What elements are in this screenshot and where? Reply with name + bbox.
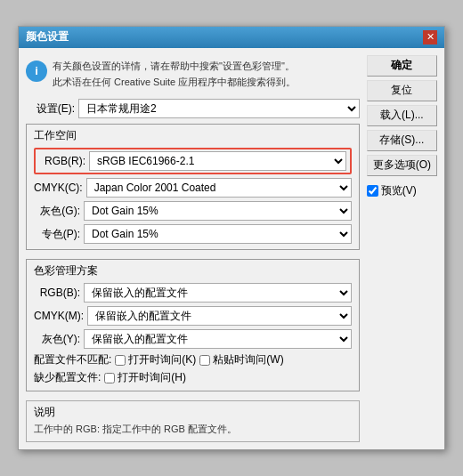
mismatch-paste-label: 粘贴时询问(W) — [213, 352, 283, 367]
description-section: 说明 工作中的 RGB: 指定工作中的 RGB 配置文件。 — [26, 400, 360, 442]
title-bar: 颜色设置 ✕ — [19, 27, 444, 48]
reset-button[interactable]: 复位 — [367, 80, 437, 101]
settings-label: 设置(E): — [26, 101, 75, 117]
info-text: 有关颜色设置的详情，请在帮助中搜索"设置色彩管理"。 此术语在任何 Creati… — [53, 59, 296, 90]
spot-select[interactable]: Dot Gain 15% — [84, 224, 352, 244]
cmyk-workspace-row: CMYK(C): Japan Color 2001 Coated — [34, 178, 352, 198]
color-mgmt-rgb-select[interactable]: 保留嵌入的配置文件 — [84, 283, 352, 303]
missing-label: 缺少配置文件: — [34, 370, 101, 385]
preview-checkbox-row: 预览(V) — [367, 183, 437, 198]
info-row: i 有关颜色设置的详情，请在帮助中搜索"设置色彩管理"。 此术语在任何 Crea… — [26, 55, 360, 93]
missing-open-item: 打开时询问(H) — [104, 370, 186, 385]
color-mgmt-rgb-row: RGB(B): 保留嵌入的配置文件 — [34, 283, 352, 303]
color-mgmt-cmyk-label: CMYK(M): — [34, 310, 84, 322]
main-content: i 有关颜色设置的详情，请在帮助中搜索"设置色彩管理"。 此术语在任何 Crea… — [26, 55, 360, 442]
more-button[interactable]: 更多选项(O) — [367, 155, 437, 176]
mismatch-open-item: 打开时询问(K) — [115, 352, 196, 367]
color-settings-dialog: 颜色设置 ✕ i 有关颜色设置的详情，请在帮助中搜索"设置色彩管理"。 此术语在… — [18, 26, 445, 450]
cmyk-select[interactable]: Japan Color 2001 Coated — [86, 178, 352, 198]
mismatch-paste-checkbox[interactable] — [199, 355, 210, 366]
gray-select[interactable]: Dot Gain 15% — [84, 201, 352, 221]
rgb-workspace-row: RGB(R): sRGB IEC61966-2.1 — [39, 151, 346, 171]
rgb-label: RGB(R): — [39, 155, 85, 167]
mismatch-open-checkbox[interactable] — [115, 355, 126, 366]
missing-open-label: 打开时询问(H) — [118, 370, 186, 385]
rgb-row-highlight: RGB(R): sRGB IEC61966-2.1 — [34, 148, 352, 174]
spot-workspace-row: 专色(P): Dot Gain 15% — [34, 224, 352, 244]
cmyk-label: CMYK(C): — [34, 182, 83, 194]
save-button[interactable]: 存储(S)... — [367, 130, 437, 151]
description-title: 说明 — [34, 405, 352, 420]
preview-checkbox[interactable] — [367, 185, 378, 197]
workspace-title: 工作空间 — [34, 128, 352, 143]
color-mgmt-gray-row: 灰色(Y): 保留嵌入的配置文件 — [34, 329, 352, 349]
settings-select[interactable]: 日本常规用途2 — [78, 99, 360, 118]
color-mgmt-section: 色彩管理方案 RGB(B): 保留嵌入的配置文件 CMYK(M): 保留嵌入的配… — [26, 259, 360, 391]
color-mgmt-title: 色彩管理方案 — [34, 263, 352, 278]
mismatch-paste-item: 粘贴时询问(W) — [199, 352, 283, 367]
spot-label: 专色(P): — [34, 227, 80, 242]
mismatch-open-label: 打开时询问(K) — [128, 352, 196, 367]
gray-workspace-row: 灰色(G): Dot Gain 15% — [34, 201, 352, 221]
dialog-title: 颜色设置 — [26, 29, 69, 44]
close-button[interactable]: ✕ — [423, 30, 437, 44]
missing-row: 缺少配置文件: 打开时询问(H) — [34, 370, 352, 385]
color-mgmt-rgb-label: RGB(B): — [34, 286, 80, 299]
side-buttons: 确定 复位 载入(L)... 存储(S)... 更多选项(O) 预览(V) — [367, 55, 437, 442]
color-mgmt-cmyk-select[interactable]: 保留嵌入的配置文件 — [87, 306, 352, 326]
info-line1: 有关颜色设置的详情，请在帮助中搜索"设置色彩管理"。 — [53, 59, 296, 75]
rgb-select[interactable]: sRGB IEC61966-2.1 — [89, 151, 346, 171]
info-icon: i — [26, 61, 47, 82]
mismatch-label: 配置文件不匹配: — [34, 352, 111, 367]
ok-button[interactable]: 确定 — [367, 55, 437, 77]
settings-row: 设置(E): 日本常规用途2 — [26, 99, 360, 118]
load-button[interactable]: 载入(L)... — [367, 105, 437, 126]
color-mgmt-cmyk-row: CMYK(M): 保留嵌入的配置文件 — [34, 306, 352, 326]
mismatch-row: 配置文件不匹配: 打开时询问(K) 粘贴时询问(W) — [34, 352, 352, 367]
workspace-section: 工作空间 RGB(R): sRGB IEC61966-2.1 CMYK(C): … — [26, 124, 360, 250]
color-mgmt-gray-select[interactable]: 保留嵌入的配置文件 — [84, 329, 352, 349]
dialog-body: i 有关颜色设置的详情，请在帮助中搜索"设置色彩管理"。 此术语在任何 Crea… — [19, 48, 444, 449]
missing-open-checkbox[interactable] — [104, 373, 115, 383]
description-text: 工作中的 RGB: 指定工作中的 RGB 配置文件。 — [34, 423, 352, 436]
preview-label: 预览(V) — [381, 183, 417, 198]
gray-label: 灰色(G): — [34, 204, 80, 219]
info-line2: 此术语在任何 Creative Suite 应用程序中都能搜索得到。 — [53, 75, 296, 91]
color-mgmt-gray-label: 灰色(Y): — [34, 332, 80, 347]
